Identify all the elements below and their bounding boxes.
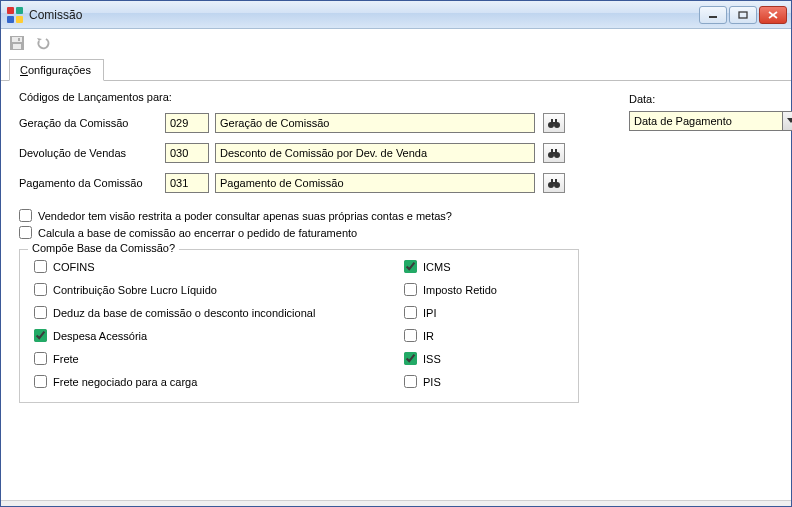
option-vendedor-restrito: Vendedor tem visão restrita a poder cons… xyxy=(19,209,609,222)
label-deduz: Deduz da base de comissão o desconto inc… xyxy=(53,307,315,319)
checkbox-despesa-acessoria[interactable] xyxy=(34,329,47,342)
label-frete: Frete xyxy=(53,353,79,365)
toolbar xyxy=(1,29,791,57)
undo-icon[interactable] xyxy=(35,35,51,51)
option-calcula-base: Calcula a base de comissão ao encerrar o… xyxy=(19,226,609,239)
window-title: Comissão xyxy=(29,8,699,22)
checkbox-ipi[interactable] xyxy=(404,306,417,319)
maximize-button[interactable] xyxy=(729,6,757,24)
checkbox-cofins[interactable] xyxy=(34,260,47,273)
checkbox-deduz[interactable] xyxy=(34,306,47,319)
label-icms: ICMS xyxy=(423,261,451,273)
status-strip xyxy=(1,500,791,506)
label-calcula-base: Calcula a base de comissão ao encerrar o… xyxy=(38,227,357,239)
tabstrip: Configurações xyxy=(1,57,791,81)
code-input-geracao[interactable] xyxy=(165,113,209,133)
window-frame: Comissão Configurações xyxy=(0,0,792,507)
section-heading: Códigos de Lançamentos para: xyxy=(19,91,609,103)
minimize-button[interactable] xyxy=(699,6,727,24)
checkbox-vendedor-restrito[interactable] xyxy=(19,209,32,222)
binoculars-icon xyxy=(547,147,561,159)
checkbox-frete[interactable] xyxy=(34,352,47,365)
lookup-button-geracao[interactable] xyxy=(543,113,565,133)
svg-rect-7 xyxy=(18,38,20,41)
binoculars-icon xyxy=(547,117,561,129)
checkbox-imposto-retido[interactable] xyxy=(404,283,417,296)
svg-rect-6 xyxy=(13,44,21,49)
fieldset-legend: Compõe Base da Comissão? xyxy=(28,242,179,254)
label-frete-neg: Frete negociado para a carga xyxy=(53,376,197,388)
label-ir: IR xyxy=(423,330,434,342)
label-pagamento: Pagamento da Comissão xyxy=(19,177,159,189)
label-ipi: IPI xyxy=(423,307,436,319)
data-combo[interactable]: Data de Pagamento xyxy=(629,111,792,131)
svg-rect-22 xyxy=(552,182,556,184)
svg-rect-17 xyxy=(552,152,556,154)
checkbox-csll[interactable] xyxy=(34,283,47,296)
label-despesa: Despesa Acessória xyxy=(53,330,147,342)
row-geracao: Geração da Comissão xyxy=(19,113,609,133)
row-devolucao: Devolução de Vendas xyxy=(19,143,609,163)
label-devolucao: Devolução de Vendas xyxy=(19,147,159,159)
checkbox-frete-negociado[interactable] xyxy=(34,375,47,388)
lookup-button-pagamento[interactable] xyxy=(543,173,565,193)
fieldset-compoe-base: Compõe Base da Comissão? COFINS Contribu… xyxy=(19,249,579,403)
desc-input-pagamento[interactable] xyxy=(215,173,535,193)
desc-input-devolucao[interactable] xyxy=(215,143,535,163)
checkbox-pis[interactable] xyxy=(404,375,417,388)
close-button[interactable] xyxy=(759,6,787,24)
app-icon xyxy=(7,7,23,23)
chevron-down-icon xyxy=(782,112,792,130)
label-iss: ISS xyxy=(423,353,441,365)
content-area: Códigos de Lançamentos para: Geração da … xyxy=(1,81,791,500)
label-pis: PIS xyxy=(423,376,441,388)
label-imposto-retido: Imposto Retido xyxy=(423,284,497,296)
tab-configuracoes[interactable]: Configurações xyxy=(9,59,104,81)
code-input-pagamento[interactable] xyxy=(165,173,209,193)
checkbox-icms[interactable] xyxy=(404,260,417,273)
data-label: Data: xyxy=(629,93,792,105)
label-cofins: COFINS xyxy=(53,261,95,273)
checkbox-calcula-base[interactable] xyxy=(19,226,32,239)
titlebar: Comissão xyxy=(1,1,791,29)
svg-rect-12 xyxy=(552,122,556,124)
svg-rect-1 xyxy=(739,12,747,18)
label-csll: Contribuição Sobre Lucro Líquido xyxy=(53,284,217,296)
code-input-devolucao[interactable] xyxy=(165,143,209,163)
row-pagamento: Pagamento da Comissão xyxy=(19,173,609,193)
checkbox-ir[interactable] xyxy=(404,329,417,342)
left-column: Códigos de Lançamentos para: Geração da … xyxy=(19,91,609,490)
label-geracao: Geração da Comissão xyxy=(19,117,159,129)
data-combo-value: Data de Pagamento xyxy=(634,115,732,127)
binoculars-icon xyxy=(547,177,561,189)
checkbox-iss[interactable] xyxy=(404,352,417,365)
lookup-button-devolucao[interactable] xyxy=(543,143,565,163)
label-vendedor-restrito: Vendedor tem visão restrita a poder cons… xyxy=(38,210,452,222)
right-column: Data: Data de Pagamento xyxy=(629,91,792,490)
svg-rect-5 xyxy=(12,37,22,42)
desc-input-geracao[interactable] xyxy=(215,113,535,133)
window-controls xyxy=(699,6,787,24)
save-icon[interactable] xyxy=(9,35,25,51)
